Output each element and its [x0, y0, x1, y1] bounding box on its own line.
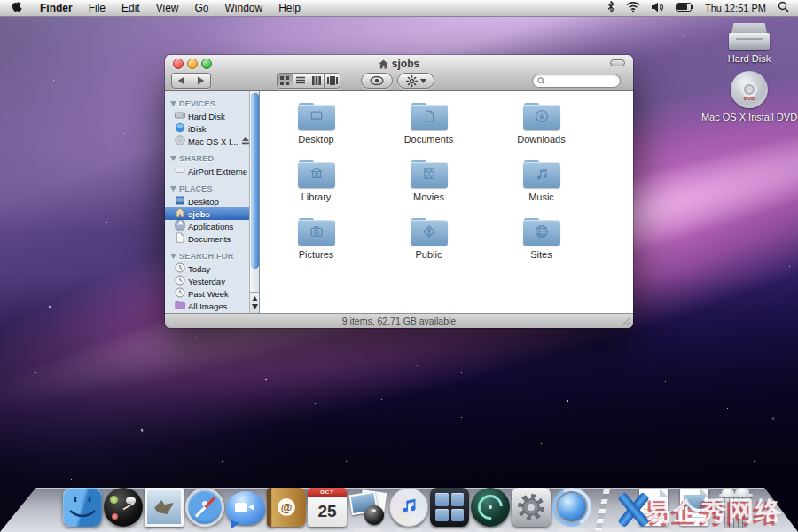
sidebar-item-label: iDisk [188, 124, 207, 134]
sidebar-item-sjobs[interactable]: sjobs [165, 207, 249, 220]
document-emblem-icon [423, 110, 435, 127]
menu-finder[interactable]: Finder [32, 0, 81, 17]
scrollbar-thumb[interactable] [251, 93, 259, 269]
dock-address-book-icon[interactable]: @ [267, 488, 306, 527]
battery-icon[interactable] [676, 2, 693, 14]
sidebar: DEVICESHard DiskiDiskMac OS X I...SHARED… [165, 91, 249, 313]
search-input[interactable] [545, 76, 607, 86]
sidebar-item-desktop[interactable]: Desktop [165, 195, 249, 207]
menu-clock[interactable]: Thu 12:51 PM [705, 3, 766, 13]
sidebar-item-past-week[interactable]: Past Week [165, 287, 249, 300]
dock-photo-booth-icon[interactable] [348, 488, 387, 527]
folder-view: DesktopDocumentsDownloadsLibraryMoviesMu… [260, 91, 633, 313]
menu-file[interactable]: File [81, 0, 113, 17]
sidebar-section-shared[interactable]: SHARED [165, 153, 249, 165]
dock-network-icon[interactable] [552, 488, 591, 527]
sidebar-item-applications[interactable]: AApplications [165, 220, 249, 232]
dock-system-preferences-icon[interactable] [512, 488, 551, 527]
watermark-text: 易企秀网络 [645, 489, 783, 532]
wifi-icon[interactable] [626, 2, 640, 15]
bluetooth-icon[interactable] [607, 1, 614, 15]
sidebar-item-idisk[interactable]: iDisk [165, 122, 249, 135]
spotlight-icon[interactable] [778, 1, 789, 15]
menu-window[interactable]: Window [217, 0, 271, 17]
toolbar-toggle-pill[interactable] [610, 59, 625, 66]
back-button[interactable] [171, 73, 192, 89]
sidebar-desktop-icon [175, 195, 185, 207]
dock-time-machine-icon[interactable] [471, 488, 510, 527]
dock-finder-icon[interactable] [63, 488, 102, 527]
sidebar-item-today[interactable]: Today [165, 262, 249, 275]
folder-pictures[interactable]: Pictures [260, 218, 372, 276]
folder-movies[interactable]: Movies [372, 160, 485, 218]
window-header[interactable]: sjobs [165, 55, 633, 91]
view-columns-button[interactable] [309, 74, 325, 88]
view-mode-control [277, 73, 340, 89]
dock-spaces-icon[interactable] [430, 488, 469, 527]
sidebar-item-all-images[interactable]: All Images [165, 300, 249, 312]
desktop-icon-install-dvd[interactable]: DVD Mac OS X Install DVD [700, 71, 798, 122]
sidebar-document-icon [175, 232, 185, 245]
folder-sites[interactable]: Sites [485, 218, 598, 276]
menu-edit[interactable]: Edit [113, 0, 148, 17]
menu-go[interactable]: Go [187, 0, 217, 17]
home-icon [379, 59, 388, 69]
desktop-icon-hard-disk[interactable]: Hard Disk [700, 23, 798, 64]
folder-public[interactable]: Public [372, 218, 485, 276]
view-coverflow-button[interactable] [325, 74, 340, 88]
quick-look-button[interactable] [361, 73, 393, 89]
folder-downloads[interactable]: Downloads [485, 103, 598, 160]
sidebar-section-label: SHARED [179, 154, 214, 163]
desktop-emblem-icon [309, 110, 324, 127]
sidebar-item-label: AirPort Extreme [188, 167, 247, 176]
dock-itunes-icon[interactable] [389, 488, 428, 527]
eject-icon[interactable] [241, 137, 250, 146]
folder-label: Downloads [517, 134, 565, 145]
folder-documents[interactable]: Documents [372, 103, 485, 160]
folder-icon-music [523, 160, 560, 188]
folder-desktop[interactable]: Desktop [260, 103, 372, 160]
sidebar-item-label: Desktop [188, 197, 219, 207]
dock-ical-icon[interactable]: OCT25 [308, 488, 347, 527]
sidebar-item-mac-os-x-i[interactable]: Mac OS X I... [165, 135, 249, 147]
folder-icon-movies [411, 160, 448, 188]
dock-ichat-icon[interactable] [226, 491, 265, 525]
dock-safari-icon[interactable] [185, 488, 224, 527]
sidebar-item-documents[interactable]: Documents [165, 232, 249, 245]
sidebar-idisk-icon [175, 122, 185, 135]
status-text: 9 items, 62.71 GB available [342, 316, 456, 326]
dock-mail-icon[interactable] [145, 488, 184, 527]
folder-music[interactable]: Music [485, 160, 598, 218]
sidebar-section-devices[interactable]: DEVICES [165, 98, 249, 110]
sidebar-item-hard-disk[interactable]: Hard Disk [165, 110, 249, 122]
apple-menu[interactable] [9, 2, 32, 15]
resize-grip[interactable] [621, 316, 631, 326]
sidebar-scrollbar[interactable] [249, 91, 260, 313]
folder-label: Music [528, 192, 554, 202]
forward-button[interactable] [191, 73, 211, 89]
folder-icon-documents [411, 103, 448, 130]
volume-icon[interactable] [652, 2, 664, 15]
sidebar-section-places[interactable]: PLACES [165, 183, 249, 195]
view-list-button[interactable] [293, 74, 309, 88]
folder-icon-library [298, 160, 335, 188]
dock-dashboard-icon[interactable] [104, 488, 143, 527]
sidebar-item-yesterday[interactable]: Yesterday [165, 275, 249, 287]
menu-view[interactable]: View [148, 0, 187, 17]
public-emblem-icon [422, 224, 436, 242]
menu-help[interactable]: Help [270, 0, 309, 17]
scroll-down-arrow[interactable] [252, 304, 258, 309]
sidebar-item-airport-extreme[interactable]: AirPort Extreme [165, 165, 249, 177]
view-icon-button[interactable] [278, 74, 293, 88]
scroll-up-arrow[interactable] [252, 296, 258, 301]
sidebar-section-search-for[interactable]: SEARCH FOR [165, 250, 249, 262]
folder-library[interactable]: Library [260, 160, 372, 218]
downloads-emblem-icon [535, 109, 549, 127]
sidebar-item-label: Applications [188, 222, 233, 231]
scrollbar-arrows[interactable] [250, 292, 259, 313]
search-field[interactable] [532, 74, 621, 88]
folder-icon-sites [523, 218, 560, 246]
desktop: FinderFileEditViewGoWindowHelp Thu 12:51… [0, 0, 798, 532]
window-body: DEVICESHard DiskiDiskMac OS X I...SHARED… [165, 91, 633, 313]
action-menu-button[interactable] [397, 73, 434, 89]
